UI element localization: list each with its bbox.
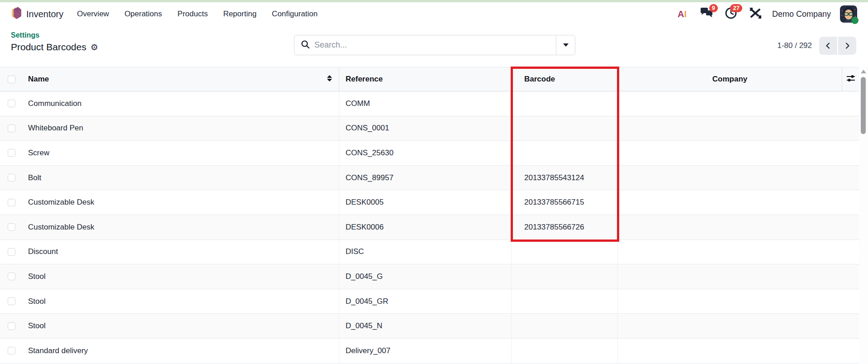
cell-name: Standard delivery [23,339,339,363]
scroll-up-arrow-icon[interactable] [861,70,866,73]
cell-company [618,215,842,239]
select-all-checkbox[interactable] [8,76,15,83]
row-checkbox[interactable] [8,273,15,280]
table-row[interactable]: Stool D_0045_G [0,264,859,289]
table-row[interactable]: Customizable Desk DESK0005 2013378556671… [0,190,859,215]
breadcrumb-settings-link[interactable]: Settings [11,31,98,39]
row-checkbox[interactable] [8,297,15,305]
activities-badge: 27 [730,4,742,12]
table-row[interactable]: Whiteboard Pen CONS_0001 [0,116,859,141]
pager-next-button[interactable] [838,37,856,55]
nav-menu: OverviewOperationsProductsReportingConfi… [76,8,318,20]
cell-barcode: 20133785566726 [512,215,618,239]
tools-wrench-icon [749,7,762,21]
messages-button[interactable]: 9 [699,7,714,21]
table-row[interactable]: Bolt CONS_89957 20133785543124 [0,166,859,191]
cell-company [618,116,842,141]
list-view: Name Reference Barcode Company [0,67,868,364]
cell-name: Screw [23,141,339,165]
systray: AI 9 27 [674,5,857,23]
table-body: Communication COMM Whiteboard Pen CONS_0… [0,91,859,364]
row-checkbox[interactable] [8,149,15,157]
row-checkbox[interactable] [8,223,15,231]
row-checkbox[interactable] [8,347,15,354]
sort-arrows-icon [327,75,332,84]
table-row[interactable]: Discount DISC [0,240,859,265]
table-row[interactable]: Stool D_0045_N [0,314,859,339]
search-bar [294,35,575,55]
scrollbar-thumb[interactable] [861,77,866,134]
table-row[interactable]: Stool D_0045_GR [0,289,859,314]
sliders-icon [846,74,855,84]
debug-tools-button[interactable] [748,7,763,21]
cell-barcode [512,289,618,314]
page-title: Product Barcodes [11,42,86,53]
table-row[interactable]: Customizable Desk DESK0006 2013378556672… [0,215,859,240]
nav-item-configuration[interactable]: Configuration [271,8,318,20]
search-input[interactable] [314,40,556,50]
cell-reference: DESK0006 [339,215,512,239]
column-header-company[interactable]: Company [618,67,842,91]
activities-button[interactable]: 27 [723,7,739,21]
user-menu-button[interactable] [840,5,857,23]
table-row[interactable]: Communication COMM [0,91,859,116]
nav-item-operations[interactable]: Operations [123,8,163,20]
company-switcher[interactable]: Demo Company [772,10,831,19]
chevron-down-icon [563,43,569,47]
vertical-scrollbar[interactable] [859,67,868,364]
column-header-barcode[interactable]: Barcode [512,67,618,91]
cell-barcode [512,314,618,338]
main-navbar: Inventory OverviewOperationsProductsRepo… [0,2,868,26]
app-name[interactable]: Inventory [26,9,63,19]
action-gear-icon[interactable]: ⚙ [90,43,98,52]
cell-name: Whiteboard Pen [23,116,339,141]
nav-item-reporting[interactable]: Reporting [222,8,257,20]
cell-reference: D_0045_N [339,314,512,338]
row-checkbox[interactable] [8,100,15,107]
inventory-app-icon [11,7,22,21]
cell-reference: COMM [339,91,512,116]
cell-reference: D_0045_GR [339,289,512,314]
row-checkbox[interactable] [8,174,15,182]
cell-name: Stool [23,264,339,289]
pager-previous-button[interactable] [819,37,837,55]
cell-company [618,91,842,116]
cell-reference: CONS_89957 [339,166,512,190]
cell-company [618,240,842,264]
table-row[interactable]: Standard delivery Delivery_007 [0,339,859,364]
ai-icon: AI [678,9,687,19]
select-all-cell [0,67,23,91]
cell-name: Communication [23,91,339,116]
cell-barcode: 20133785566715 [512,190,618,215]
search-icon [301,40,310,51]
column-header-name[interactable]: Name [23,67,339,91]
chevron-left-icon [825,42,832,49]
cell-reference: CONS_25630 [339,141,512,165]
cell-name: Stool [23,314,339,338]
optional-columns-button[interactable] [842,67,859,91]
row-checkbox[interactable] [8,322,15,330]
cell-name: Bolt [23,166,339,190]
cell-company [618,190,842,215]
cell-name: Stool [23,289,339,314]
cell-barcode [512,141,618,165]
cell-company [618,289,842,314]
cell-reference: CONS_0001 [339,116,512,141]
nav-item-overview[interactable]: Overview [76,8,110,20]
cell-name: Customizable Desk [23,215,339,239]
pager-range: 1-80 / 292 [777,41,812,50]
cell-name: Discount [23,240,339,264]
row-checkbox[interactable] [8,125,15,132]
column-header-reference[interactable]: Reference [339,67,512,91]
control-bar: Settings Product Barcodes ⚙ 1-80 / 292 [0,26,868,67]
apps-menu-button[interactable]: Inventory [11,7,63,21]
row-checkbox[interactable] [8,199,15,206]
cell-company [618,141,842,165]
search-dropdown-toggle[interactable] [556,35,575,55]
row-checkbox[interactable] [8,248,15,256]
cell-company [618,166,842,190]
table-row[interactable]: Screw CONS_25630 [0,141,859,166]
ai-button[interactable]: AI [674,7,690,21]
cell-reference: DISC [339,240,512,264]
nav-item-products[interactable]: Products [176,8,209,20]
